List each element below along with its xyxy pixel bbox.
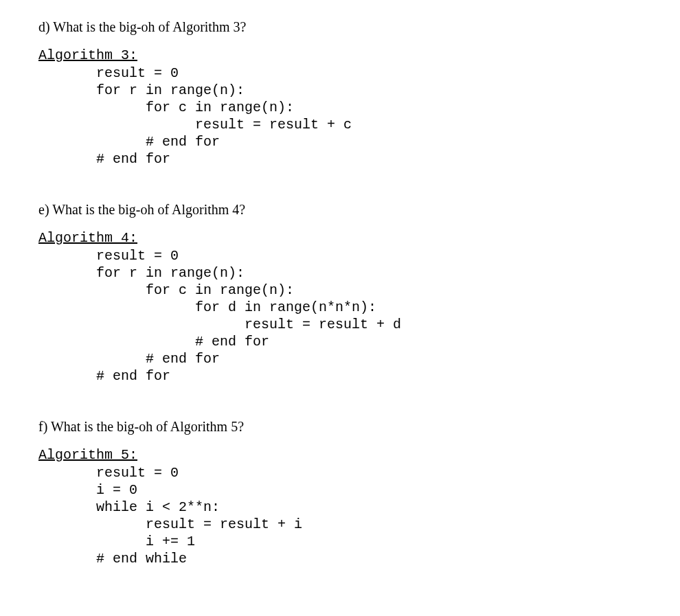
question-f-prompt: f) What is the big-oh of Algorithm 5?: [38, 419, 642, 435]
algorithm-3-title: Algorithm 3:: [38, 47, 642, 63]
algorithm-4-title: Algorithm 4:: [38, 230, 642, 246]
question-e-prompt: e) What is the big-oh of Algorithm 4?: [38, 202, 642, 218]
algorithm-4-code: result = 0 for r in range(n): for c in r…: [38, 247, 642, 385]
question-d-prompt: d) What is the big-oh of Algorithm 3?: [38, 19, 642, 35]
algorithm-5-title: Algorithm 5:: [38, 447, 642, 463]
question-e: e) What is the big-oh of Algorithm 4? Al…: [38, 202, 642, 385]
question-f: f) What is the big-oh of Algorithm 5? Al…: [38, 419, 642, 567]
question-d: d) What is the big-oh of Algorithm 3? Al…: [38, 19, 642, 168]
algorithm-3-code: result = 0 for r in range(n): for c in r…: [38, 65, 642, 168]
algorithm-5-code: result = 0 i = 0 while i < 2**n: result …: [38, 464, 642, 567]
